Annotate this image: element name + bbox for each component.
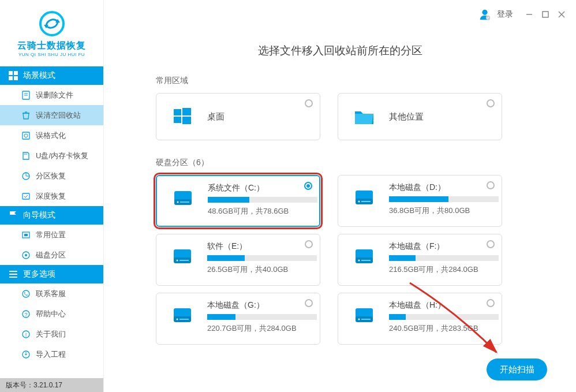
section-more-options[interactable]: 更多选项 xyxy=(0,265,103,283)
section-label: 向导模式 xyxy=(23,210,55,221)
drive-icon xyxy=(350,182,379,211)
section-label: 更多选项 xyxy=(23,269,55,279)
svg-rect-24 xyxy=(23,193,29,199)
logo-text: 云骑士数据恢复 xyxy=(17,40,86,52)
section-label: 场景模式 xyxy=(23,70,55,81)
disk-partition-label: 硬盘分区（6） xyxy=(156,158,553,168)
drive-name: 软件（E:） xyxy=(207,241,317,252)
nav-usb-recovery[interactable]: U盘/内存卡恢复 xyxy=(0,145,103,166)
drive-icon xyxy=(350,300,379,329)
section-wizard-mode[interactable]: 向导模式 xyxy=(0,206,103,225)
svg-point-48 xyxy=(358,201,360,203)
deep-icon xyxy=(21,191,31,201)
nav-contact[interactable]: 联系客服 xyxy=(0,283,103,304)
menu-icon xyxy=(8,269,18,279)
nav-label: U盘/内存卡恢复 xyxy=(36,151,88,161)
disk-icon xyxy=(21,130,31,141)
svg-point-52 xyxy=(177,260,178,262)
svg-rect-26 xyxy=(24,234,28,236)
drive-card-0[interactable]: 系统文件（C:）48.6GB可用，共78.6GB xyxy=(156,175,320,227)
svg-rect-57 xyxy=(361,260,371,261)
drive-stats: 216.5GB可用，共284.0GB xyxy=(389,264,499,275)
annotation-arrow xyxy=(404,277,508,366)
nav-recycle-bin[interactable]: 误清空回收站 xyxy=(0,105,103,125)
flag-icon xyxy=(8,210,18,221)
logo: 云骑士数据恢复 YUN QI SHI SHU JU HUI FU xyxy=(0,0,103,66)
nav-label: 帮助中心 xyxy=(36,309,66,319)
card-desktop[interactable]: 桌面 xyxy=(156,93,320,140)
drive-stats: 48.6GB可用，共78.6GB xyxy=(208,206,317,216)
nav-label: 磁盘分区 xyxy=(36,250,66,260)
svg-rect-12 xyxy=(14,76,18,80)
import-icon xyxy=(21,349,31,360)
drive-icon xyxy=(169,183,197,212)
svg-rect-53 xyxy=(179,260,189,261)
svg-point-56 xyxy=(358,260,360,262)
nav-label: 误清空回收站 xyxy=(36,110,81,121)
svg-point-60 xyxy=(177,319,178,320)
sidebar: 云骑士数据恢复 YUN QI SHI SHU JU HUI FU 场景模式 误删… xyxy=(0,0,104,392)
file-icon xyxy=(21,90,31,100)
nav-label: 误删除文件 xyxy=(36,90,73,100)
nav-label: 导入工程 xyxy=(36,349,66,360)
nav-partition-recovery[interactable]: 分区恢复 xyxy=(0,166,103,186)
section-scene-mode[interactable]: 场景模式 xyxy=(0,66,103,85)
location-icon xyxy=(21,230,31,240)
main-panel: 选择文件移入回收站前所在的分区 常用区域 桌面 其他位置 硬盘分区（6） 系统文… xyxy=(104,0,576,392)
radio-indicator xyxy=(304,182,312,190)
nav-deep-recovery[interactable]: 深度恢复 xyxy=(0,186,103,206)
drive-card-4[interactable]: 本地磁盘（G:）220.7GB可用，共284.0GB xyxy=(156,293,320,345)
drive-usage-bar xyxy=(207,255,317,261)
svg-point-28 xyxy=(25,254,27,256)
svg-point-19 xyxy=(24,134,28,137)
nav-label: 分区恢复 xyxy=(36,171,66,181)
svg-rect-45 xyxy=(180,201,189,203)
nav-disk-partition[interactable]: 磁盘分区 xyxy=(0,245,103,265)
radio-indicator xyxy=(305,240,313,248)
card-label: 其他位置 xyxy=(389,111,424,122)
drive-card-1[interactable]: 本地磁盘（D:）36.8GB可用，共80.0GB xyxy=(338,175,502,227)
drive-icon xyxy=(350,241,379,270)
card-other-location[interactable]: 其他位置 xyxy=(338,93,502,140)
svg-point-32 xyxy=(23,290,29,297)
nav-about[interactable]: !关于我们 xyxy=(0,324,103,344)
drive-usage-bar xyxy=(207,314,317,320)
info-icon: ! xyxy=(21,329,31,339)
partition-icon xyxy=(21,171,31,181)
nav-common-location[interactable]: 常用位置 xyxy=(0,225,103,245)
svg-rect-65 xyxy=(361,319,371,320)
page-title: 选择文件移入回收站前所在的分区 xyxy=(127,43,553,58)
card-label: 桌面 xyxy=(207,111,225,122)
windows-icon xyxy=(168,102,197,131)
hdd-icon xyxy=(21,250,31,260)
svg-rect-49 xyxy=(361,201,371,202)
nav-import[interactable]: 导入工程 xyxy=(0,344,103,364)
svg-rect-61 xyxy=(179,319,189,320)
nav-format[interactable]: 误格式化 xyxy=(0,125,103,145)
svg-rect-40 xyxy=(174,117,181,123)
trash-icon xyxy=(21,110,31,121)
radio-indicator xyxy=(305,299,313,307)
svg-rect-18 xyxy=(23,132,29,139)
drive-card-2[interactable]: 软件（E:）26.5GB可用，共40.0GB xyxy=(156,234,320,286)
drive-name: 本地磁盘（D:） xyxy=(389,182,499,193)
svg-point-44 xyxy=(177,201,179,203)
nav-deleted-files[interactable]: 误删除文件 xyxy=(0,85,103,105)
svg-rect-11 xyxy=(9,76,13,80)
svg-rect-41 xyxy=(182,117,191,124)
phone-icon xyxy=(21,289,31,299)
nav-label: 联系客服 xyxy=(36,289,66,299)
radio-indicator xyxy=(305,99,313,107)
nav-help[interactable]: ?帮助中心 xyxy=(0,304,103,324)
drive-stats: 220.7GB可用，共284.0GB xyxy=(207,323,317,334)
folder-icon xyxy=(350,102,379,131)
svg-text:?: ? xyxy=(24,312,27,318)
sdcard-icon xyxy=(21,151,31,161)
radio-indicator xyxy=(487,181,495,189)
version-label: 版本号：3.21.0.17 xyxy=(0,378,103,392)
svg-point-6 xyxy=(40,12,63,35)
drive-name: 系统文件（C:） xyxy=(208,183,317,193)
drive-icon xyxy=(168,300,197,329)
drive-usage-bar xyxy=(208,197,317,203)
svg-point-64 xyxy=(358,319,360,320)
